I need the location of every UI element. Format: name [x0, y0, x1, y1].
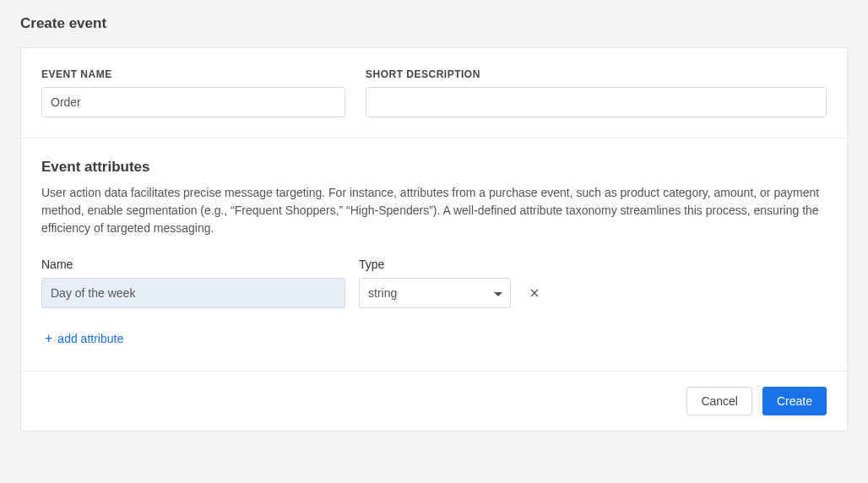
short-description-label: SHORT DESCRIPTION — [366, 68, 827, 80]
attribute-row: Name Type string — [41, 258, 827, 308]
event-name-input[interactable] — [41, 87, 345, 117]
plus-icon: + — [45, 332, 52, 345]
attribute-name-label: Name — [41, 258, 345, 271]
create-event-card: EVENT NAME SHORT DESCRIPTION Event attri… — [20, 47, 848, 431]
attributes-section: Event attributes User action data facili… — [21, 138, 847, 371]
footer-actions: Cancel Create — [21, 372, 847, 431]
attributes-description: User action data facilitates precise mes… — [41, 184, 827, 237]
remove-attribute-button[interactable] — [524, 278, 545, 308]
close-icon — [530, 286, 539, 300]
attribute-type-label: Type — [359, 258, 511, 271]
cancel-button[interactable]: Cancel — [686, 387, 752, 415]
attributes-title: Event attributes — [41, 159, 827, 176]
add-attribute-label: add attribute — [57, 332, 123, 345]
short-description-input[interactable] — [366, 87, 827, 117]
event-name-label: EVENT NAME — [41, 68, 345, 80]
attribute-name-input[interactable] — [41, 278, 345, 308]
create-button[interactable]: Create — [762, 387, 827, 415]
basic-info-section: EVENT NAME SHORT DESCRIPTION — [21, 48, 847, 138]
page-title: Create event — [20, 15, 848, 32]
attribute-type-select[interactable]: string — [359, 278, 511, 308]
add-attribute-button[interactable]: + add attribute — [41, 327, 127, 350]
